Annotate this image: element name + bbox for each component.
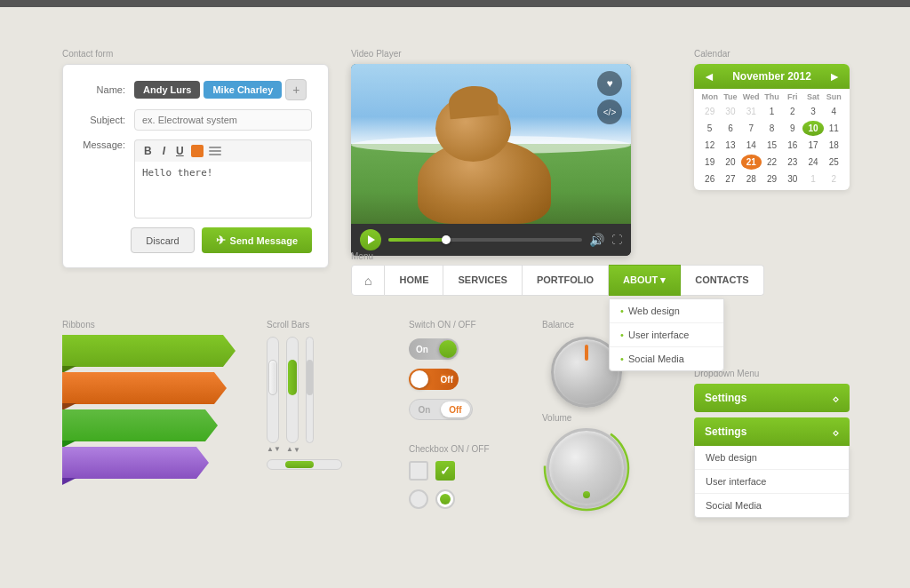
menu-label: Menu (351, 251, 849, 261)
tag-andy[interactable]: Andy Lurs (134, 81, 200, 99)
dropdown-closed[interactable]: Settings ⬦ (694, 384, 850, 412)
cal-day[interactable]: 19 (699, 155, 720, 170)
scrollbar-v2-wrap: ▲ ▼ (286, 337, 299, 454)
cal-day[interactable]: 9 (782, 121, 802, 136)
calendar-label: Calendar (694, 49, 850, 59)
ribbon-purple[interactable] (62, 447, 209, 479)
cal-day[interactable]: 27 (720, 171, 740, 187)
scrollbar-v3[interactable] (306, 337, 314, 443)
code-icon-button[interactable]: </> (597, 99, 622, 124)
play-button[interactable] (360, 229, 381, 250)
calendar-prev[interactable]: ◄ (703, 69, 715, 83)
scrollbars-demo: ▲ ▼ ▲ ▼ (267, 337, 373, 454)
nav-item-services[interactable]: SERVICES (443, 265, 522, 296)
checkbox-checked[interactable]: ✓ (435, 461, 455, 481)
cal-day[interactable]: 24 (802, 155, 823, 170)
cal-day[interactable]: 17 (802, 138, 823, 153)
cal-day-today[interactable]: 21 (741, 155, 762, 170)
nav-item-portfolio[interactable]: PORTFOLIO (523, 265, 609, 296)
ribbon-lightgreen[interactable] (62, 409, 218, 441)
scrollbar-v2[interactable] (286, 337, 299, 443)
cal-day[interactable]: 5 (699, 121, 720, 136)
cal-day[interactable]: 16 (782, 138, 802, 153)
toggle-off[interactable]: Off (409, 369, 459, 390)
dropdown-item-ui[interactable]: User interface (695, 470, 849, 494)
calendar-next[interactable]: ► (828, 69, 841, 83)
cal-day[interactable]: 12 (699, 138, 720, 153)
scrollbar-v3-wrap (306, 337, 314, 443)
cal-day[interactable]: 11 (824, 121, 844, 136)
cal-day[interactable]: 28 (741, 171, 762, 187)
arrow-down-icon: ▼ (274, 445, 281, 453)
cal-day[interactable]: 2 (782, 104, 802, 119)
radio-checked[interactable] (435, 489, 455, 509)
bold-button[interactable]: B (140, 144, 156, 158)
nav-item-home[interactable]: HOME (385, 265, 443, 296)
tag-mike[interactable]: Mike Charley (204, 81, 282, 99)
cal-day[interactable]: 29 (762, 171, 782, 187)
nav-item-contacts[interactable]: CONTACTS (681, 265, 763, 296)
dropdown-item-web-design[interactable]: Web design (695, 446, 849, 470)
about-dropdown-web-design[interactable]: •Web design (610, 299, 723, 323)
cal-day[interactable]: 18 (824, 138, 844, 153)
scrollbar-h[interactable] (267, 459, 342, 470)
cal-day[interactable]: 14 (741, 138, 762, 153)
volume-knob[interactable] (547, 428, 627, 508)
fullscreen-icon[interactable]: ⛶ (611, 234, 622, 246)
progress-bar[interactable] (388, 238, 582, 242)
about-dropdown-ui[interactable]: •User interface (610, 323, 723, 347)
volume-knob-indicator (583, 491, 590, 498)
cal-day[interactable]: 25 (824, 155, 844, 170)
dropdown-arrow-icon: ⬦ (832, 391, 839, 405)
ribbon-green[interactable] (62, 335, 235, 367)
cal-day[interactable]: 6 (720, 121, 740, 136)
color-swatch[interactable] (191, 145, 204, 157)
heart-icon-button[interactable]: ♥ (597, 71, 622, 96)
switch-wrap: On Off On Off (409, 338, 515, 420)
radio-inner (440, 494, 451, 505)
cal-day[interactable]: 31 (741, 104, 762, 119)
cal-day[interactable]: 3 (802, 104, 823, 119)
send-button[interactable]: ✈ Send Message (202, 227, 312, 253)
cal-day[interactable]: 15 (762, 138, 782, 153)
italic-button[interactable]: I (159, 144, 169, 158)
about-dropdown-social[interactable]: •Social Media (610, 347, 723, 370)
toggle-dual[interactable]: On Off (409, 399, 473, 420)
cal-day[interactable]: 13 (720, 138, 740, 153)
nav-item-about[interactable]: ABOUT ▾ (609, 265, 681, 296)
dropdown-open-header[interactable]: Settings ⬦ (694, 417, 850, 446)
radio-unchecked[interactable] (409, 489, 428, 509)
volume-icon[interactable]: 🔊 (589, 233, 604, 247)
scrollbar-v1[interactable] (267, 337, 279, 443)
video-player-label: Video Player (351, 49, 631, 59)
scrollbar-v2-arrows: ▲ ▼ (286, 445, 299, 454)
discard-button[interactable]: Discard (131, 227, 194, 253)
nav-home-button[interactable]: ⌂ (351, 265, 385, 296)
name-row: Name: Andy Lurs Mike Charley + (79, 79, 312, 100)
cal-day[interactable]: 20 (720, 155, 740, 170)
cal-day[interactable]: 29 (699, 104, 720, 119)
cal-day[interactable]: 4 (824, 104, 844, 119)
message-textarea[interactable]: Hello there! (134, 162, 312, 219)
cal-day[interactable]: 8 (762, 121, 782, 136)
cal-day[interactable]: 1 (762, 104, 782, 119)
cal-day-selected[interactable]: 10 (802, 121, 823, 136)
ribbon-orange[interactable] (62, 372, 227, 404)
dropdown-item-social[interactable]: Social Media (695, 494, 849, 517)
cal-day[interactable]: 23 (782, 155, 802, 170)
checkbox-unchecked[interactable] (409, 461, 428, 481)
add-tag-button[interactable]: + (285, 79, 307, 100)
cal-day[interactable]: 22 (762, 155, 782, 170)
cal-day[interactable]: 26 (699, 171, 720, 187)
cal-day[interactable]: 30 (782, 171, 802, 187)
cal-day[interactable]: 30 (720, 104, 740, 119)
home-icon: ⌂ (364, 274, 371, 288)
cal-day[interactable]: 1 (802, 171, 823, 187)
ribbon-green-wrap (62, 335, 240, 367)
toggle-on[interactable]: On (409, 338, 459, 360)
cal-day[interactable]: 7 (741, 121, 762, 136)
subject-input[interactable] (134, 109, 312, 131)
underline-button[interactable]: U (172, 144, 188, 158)
lines-icon[interactable] (207, 145, 223, 157)
cal-day[interactable]: 2 (824, 171, 844, 187)
